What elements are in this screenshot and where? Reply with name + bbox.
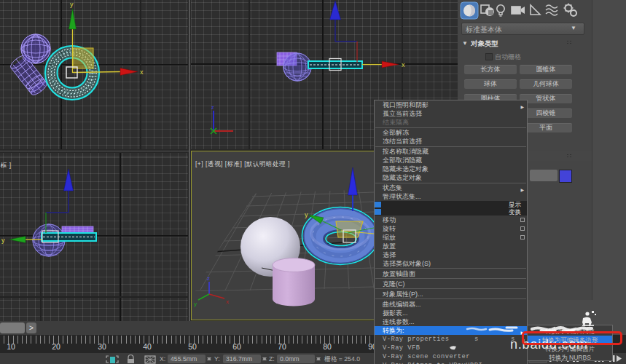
svg-text:x: x	[226, 298, 229, 305]
svg-text:z: z	[211, 105, 214, 110]
svg-text:z: z	[207, 275, 210, 282]
svg-text:y: y	[1, 237, 5, 244]
svg-text:y: y	[305, 211, 308, 218]
svg-text:y: y	[194, 301, 197, 307]
svg-text:x: x	[402, 61, 405, 68]
svg-text:x: x	[140, 68, 144, 76]
svg-text:y: y	[70, 1, 74, 8]
